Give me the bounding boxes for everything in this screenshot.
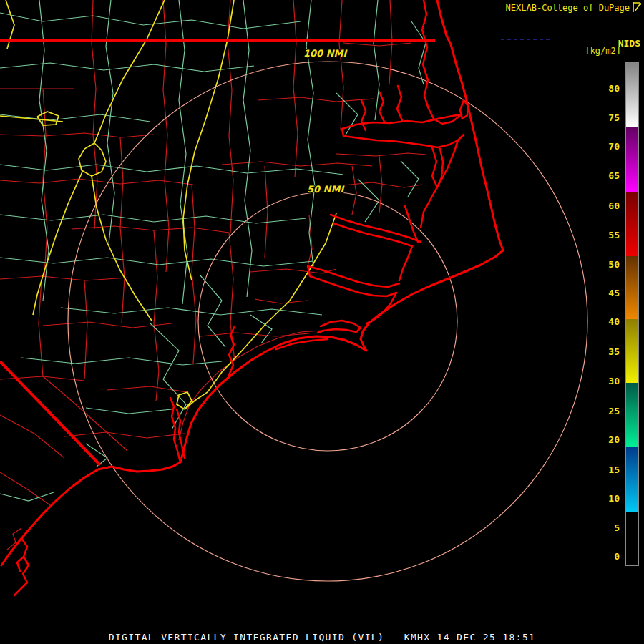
scale-tick-20: 20 <box>591 434 620 445</box>
colorbar-segment-blue <box>626 447 638 512</box>
range-rings <box>68 62 587 581</box>
scale-tick-70: 70 <box>591 141 620 152</box>
ring-100nmi <box>68 62 587 581</box>
colorbar-ticks: 80 75 70 65 60 55 50 45 40 35 30 25 20 1… <box>591 0 620 644</box>
ring-label-100nmi: 100 NMI <box>303 48 346 59</box>
ring-label-50nmi: 50 NMI <box>307 184 343 195</box>
coastline <box>1 0 503 595</box>
county-boundaries <box>0 0 426 550</box>
colorbar-segment-orange <box>626 256 638 319</box>
scale-tick-45: 45 <box>591 288 620 298</box>
scale-tick-15: 15 <box>591 464 620 475</box>
scale-tick-50: 50 <box>591 259 620 270</box>
radar-display: 100 NMI 50 NMI NEXLAB-College of DuPage … <box>0 0 644 644</box>
base-map <box>0 0 644 644</box>
colorbar-segment-teal <box>626 383 638 447</box>
scale-tick-25: 25 <box>591 406 620 416</box>
scale-title: NIDS <box>618 38 640 49</box>
colorbar-segment-yellow <box>626 319 638 383</box>
scale-tick-35: 35 <box>591 346 620 357</box>
scale-tick-80: 80 <box>591 83 620 94</box>
scale-tick-0: 0 <box>591 551 620 562</box>
scale-tick-5: 5 <box>591 522 620 533</box>
colorbar-segment-purple <box>626 127 638 192</box>
colorbar-segment-black <box>626 512 638 565</box>
college-of-dupage-flag-icon <box>633 2 642 13</box>
scale-tick-60: 60 <box>591 200 620 211</box>
ring-50nmi <box>198 192 457 451</box>
colorbar <box>625 62 639 566</box>
scale-tick-30: 30 <box>591 376 620 386</box>
scale-tick-65: 65 <box>591 170 620 181</box>
scale-tick-75: 75 <box>591 112 620 123</box>
highways <box>0 0 336 409</box>
scale-tick-55: 55 <box>591 230 620 240</box>
scale-tick-40: 40 <box>591 316 620 327</box>
product-title: DIGITAL VERTICALLY INTEGRATED LIQUID (VI… <box>0 632 644 643</box>
scale-tick-10: 10 <box>591 493 620 504</box>
colorbar-segment-red <box>626 192 638 256</box>
colorbar-segment-gray <box>626 63 638 127</box>
